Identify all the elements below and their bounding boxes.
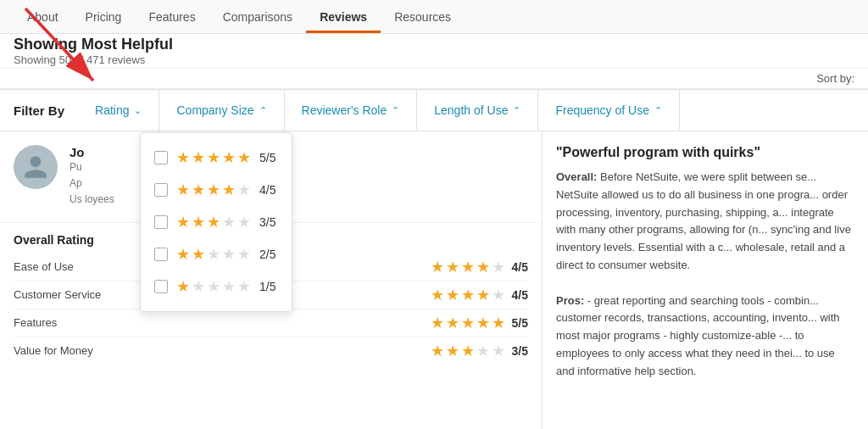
star-icon: ★ xyxy=(176,213,190,231)
star-icon: ★ xyxy=(176,148,190,167)
star-icon: ★ xyxy=(192,181,205,199)
frequency-of-use-filter-button[interactable]: Frequency of Use ⌃ xyxy=(538,90,680,131)
rating-2-option[interactable]: ★ ★ ★ ★ ★ 2/5 xyxy=(154,238,278,270)
star-icon: ★ xyxy=(492,286,505,304)
nav-item-resources[interactable]: Resources xyxy=(381,2,465,32)
features-label: Features xyxy=(14,316,57,329)
nav-item-comparisons[interactable]: Comparisons xyxy=(209,2,306,32)
rating-4-label: 4/5 xyxy=(259,183,275,197)
rating-row: Features ★ ★ ★ ★ ★ 5/5 xyxy=(14,309,528,337)
rating-3-option[interactable]: ★ ★ ★ ★ ★ 3/5 xyxy=(154,206,278,238)
showing-count: Showing 50 of 471 reviews xyxy=(14,53,854,66)
right-panel: "Powerful program with quirks" Overall: … xyxy=(542,131,868,429)
rating-5-label: 5/5 xyxy=(259,151,275,164)
filter-bar: Filter By Rating ⌄ Company Size ⌃ Review… xyxy=(0,89,868,131)
reviewer-name: Jo xyxy=(70,145,528,159)
star-icon: ★ xyxy=(222,213,236,231)
frequency-of-use-filter-label: Frequency of Use xyxy=(555,103,649,117)
frequency-of-use-chevron-up-icon: ⌃ xyxy=(654,105,662,116)
review-title: "Powerful program with quirks" xyxy=(556,145,854,160)
star-icon: ★ xyxy=(446,342,459,360)
avatar xyxy=(14,145,58,189)
star-icon: ★ xyxy=(476,286,490,304)
filter-label: Filter By xyxy=(0,103,78,118)
main-content: Jo Pu Ap Us loyees Overall Rating Ease o… xyxy=(0,131,868,429)
rating-2-checkbox[interactable] xyxy=(154,248,168,261)
rating-1-checkbox[interactable] xyxy=(154,280,168,293)
rating-5-option[interactable]: ★ ★ ★ ★ ★ 5/5 xyxy=(154,142,278,174)
rating-3-checkbox[interactable] xyxy=(154,215,168,229)
star-icon: ★ xyxy=(461,286,475,304)
star-icon: ★ xyxy=(476,258,490,276)
rating-4-option[interactable]: ★ ★ ★ ★ ★ 4/5 xyxy=(154,174,278,206)
star-icon: ★ xyxy=(492,258,505,276)
star-icon: ★ xyxy=(492,314,505,332)
reviewers-role-chevron-up-icon: ⌃ xyxy=(392,105,399,116)
star-icon: ★ xyxy=(207,181,220,199)
nav-item-about[interactable]: About xyxy=(14,2,72,32)
star-icon: ★ xyxy=(192,277,205,296)
nav-item-reviews[interactable]: Reviews xyxy=(306,2,381,32)
review-body: Overall: Before NetSuite, we were split … xyxy=(556,169,854,381)
rating-chevron-down-icon: ⌄ xyxy=(134,105,142,116)
reviewer-info: Jo Pu Ap Us loyees xyxy=(70,145,528,209)
star-icon: ★ xyxy=(237,148,251,167)
overall-section-label: Overall: xyxy=(556,170,597,183)
rating-1-option[interactable]: ★ ★ ★ ★ ★ 1/5 xyxy=(154,270,278,303)
star-icon: ★ xyxy=(207,277,220,296)
most-helpful-header: Showing Most Helpful xyxy=(14,36,854,53)
star-icon: ★ xyxy=(192,245,205,264)
value-for-money-stars: ★ ★ ★ ★ ★ xyxy=(431,342,505,360)
star-icon: ★ xyxy=(492,342,505,360)
nav-item-features[interactable]: Features xyxy=(135,2,209,32)
length-of-use-filter-button[interactable]: Length of Use ⌃ xyxy=(417,90,538,131)
features-value: 5/5 xyxy=(512,316,528,330)
star-icon: ★ xyxy=(207,148,220,167)
employees-text: loyees xyxy=(85,193,114,205)
rating-5-checkbox[interactable] xyxy=(154,151,168,164)
value-for-money-value: 3/5 xyxy=(512,344,528,358)
rating-2-stars: ★ ★ ★ ★ ★ xyxy=(176,245,251,264)
star-icon: ★ xyxy=(176,181,190,199)
reviewer-meta: Pu Ap Us loyees xyxy=(70,159,528,209)
star-icon: ★ xyxy=(237,181,251,199)
rating-5-stars: ★ ★ ★ ★ ★ xyxy=(176,148,251,167)
nav-item-pricing[interactable]: Pricing xyxy=(72,2,136,32)
star-icon: ★ xyxy=(237,213,251,231)
star-icon: ★ xyxy=(176,245,190,264)
star-icon: ★ xyxy=(446,286,459,304)
rating-filter-label: Rating xyxy=(95,103,129,117)
reviewers-role-filter-button[interactable]: Reviewer's Role ⌃ xyxy=(285,90,418,131)
company-size-chevron-up-icon: ⌃ xyxy=(259,105,267,116)
star-icon: ★ xyxy=(476,314,490,332)
star-icon: ★ xyxy=(192,148,205,167)
rating-filter-button[interactable]: Rating ⌄ xyxy=(78,90,159,131)
customer-service-stars: ★ ★ ★ ★ ★ xyxy=(431,286,505,304)
ease-of-use-label: Ease of Use xyxy=(14,260,74,273)
sort-by-label: Sort by: xyxy=(816,72,854,85)
rating-2-label: 2/5 xyxy=(259,248,275,261)
star-icon: ★ xyxy=(431,342,444,360)
customer-service-value: 4/5 xyxy=(512,288,528,302)
star-icon: ★ xyxy=(446,258,459,276)
rating-4-checkbox[interactable] xyxy=(154,183,168,197)
star-icon: ★ xyxy=(461,258,475,276)
ease-of-use-stars: ★ ★ ★ ★ ★ xyxy=(431,258,505,276)
star-icon: ★ xyxy=(431,314,444,332)
star-icon: ★ xyxy=(237,277,251,296)
reviewers-role-filter-label: Reviewer's Role xyxy=(302,103,387,117)
star-icon: ★ xyxy=(431,286,444,304)
star-icon: ★ xyxy=(192,213,205,231)
length-of-use-chevron-up-icon: ⌃ xyxy=(513,105,520,116)
star-icon: ★ xyxy=(222,148,236,167)
pros-section-label: Pros: xyxy=(556,294,584,307)
customer-service-label: Customer Service xyxy=(14,288,101,301)
company-size-filter-button[interactable]: Company Size ⌃ xyxy=(159,90,284,131)
star-icon: ★ xyxy=(446,314,459,332)
star-icon: ★ xyxy=(222,181,236,199)
value-for-money-label: Value for Money xyxy=(14,344,93,357)
star-icon: ★ xyxy=(237,245,251,264)
ease-of-use-value: 4/5 xyxy=(512,260,528,274)
rating-4-stars: ★ ★ ★ ★ ★ xyxy=(176,181,251,199)
rating-3-stars: ★ ★ ★ ★ ★ xyxy=(176,213,251,231)
